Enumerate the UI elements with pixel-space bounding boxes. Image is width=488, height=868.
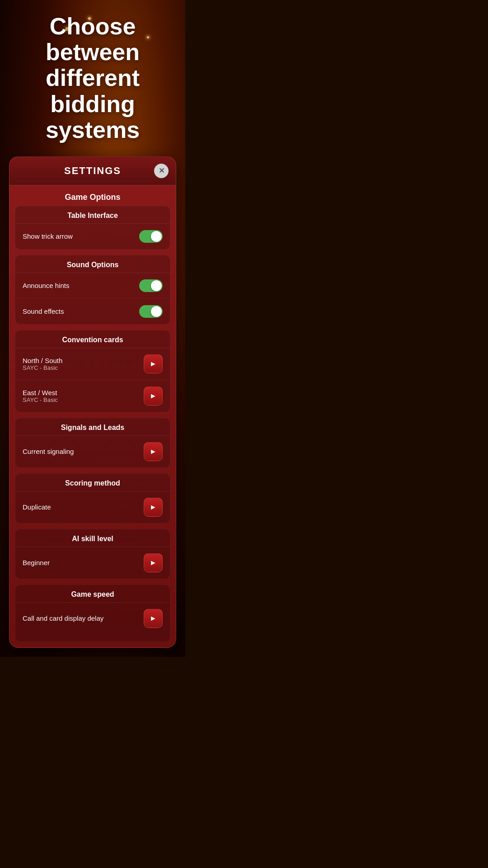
current-signaling-row: Current signaling ► (15, 436, 170, 467)
signals-leads-title: Signals and Leads (15, 418, 170, 436)
duplicate-row: Duplicate ► (15, 491, 170, 523)
call-card-delay-arrow-button[interactable]: ► (144, 609, 163, 628)
east-west-sublabel: SAYC - Basic (23, 396, 58, 403)
settings-header: SETTINGS ✕ (9, 157, 176, 185)
arrow-right-icon-5: ► (150, 559, 157, 567)
ai-skill-level-title: AI skill level (15, 529, 170, 547)
scoring-method-card: Scoring method Duplicate ► (15, 473, 170, 524)
current-signaling-arrow-button[interactable]: ► (144, 442, 163, 461)
settings-title: SETTINGS (64, 165, 121, 177)
duplicate-arrow-button[interactable]: ► (144, 498, 163, 517)
north-south-left: North / South SAYC - Basic (23, 357, 62, 371)
settings-panel: SETTINGS ✕ Game Options Table Interface … (9, 156, 176, 648)
signals-leads-card: Signals and Leads Current signaling ► (15, 418, 170, 468)
beginner-row: Beginner ► (15, 547, 170, 579)
east-west-row: East / West SAYC - Basic ► (15, 380, 170, 412)
game-speed-card: Game speed Call and card display delay ► (15, 585, 170, 642)
game-options-section-label: Game Options (9, 185, 176, 206)
arrow-right-icon-2: ► (150, 392, 157, 400)
convention-cards-title: Convention cards (15, 330, 170, 348)
current-signaling-label: Current signaling (23, 448, 74, 455)
announce-hints-toggle[interactable] (139, 279, 163, 292)
sound-options-card: Sound Options Announce hints Sound effec… (15, 255, 170, 325)
announce-hints-label: Announce hints (23, 282, 69, 289)
east-west-label: East / West (23, 389, 58, 396)
arrow-right-icon-4: ► (150, 503, 157, 511)
east-west-left: East / West SAYC - Basic (23, 389, 58, 403)
north-south-arrow-button[interactable]: ► (144, 354, 163, 373)
announce-hints-row: Announce hints (15, 273, 170, 299)
arrow-right-icon-6: ► (150, 614, 157, 623)
scoring-method-title: Scoring method (15, 474, 170, 491)
north-south-sublabel: SAYC - Basic (23, 364, 62, 371)
sound-effects-label: Sound effects (23, 307, 64, 315)
convention-cards-card: Convention cards North / South SAYC - Ba… (15, 330, 170, 412)
beginner-arrow-button[interactable]: ► (144, 553, 163, 572)
arrow-right-icon: ► (150, 360, 157, 368)
sound-effects-toggle[interactable] (139, 305, 163, 318)
show-trick-arrow-toggle[interactable] (139, 230, 163, 243)
east-west-arrow-button[interactable]: ► (144, 387, 163, 406)
arrow-right-icon-3: ► (150, 448, 157, 456)
beginner-label: Beginner (23, 559, 50, 566)
hero-title: Choose between different bidding systems (9, 14, 176, 143)
game-speed-title: Game speed (15, 585, 170, 603)
sound-effects-row: Sound effects (15, 299, 170, 324)
duplicate-label: Duplicate (23, 503, 51, 511)
north-south-row: North / South SAYC - Basic ► (15, 348, 170, 380)
call-card-delay-row: Call and card display delay ► (15, 603, 170, 634)
table-interface-card: Table Interface Show trick arrow (15, 206, 170, 250)
show-trick-arrow-label: Show trick arrow (23, 232, 73, 240)
call-card-delay-label: Call and card display delay (23, 614, 103, 622)
table-interface-title: Table Interface (15, 206, 170, 224)
ai-skill-level-card: AI skill level Beginner ► (15, 529, 170, 579)
sound-options-title: Sound Options (15, 255, 170, 273)
close-button[interactable]: ✕ (154, 164, 169, 178)
show-trick-arrow-row: Show trick arrow (15, 224, 170, 249)
north-south-label: North / South (23, 357, 62, 364)
